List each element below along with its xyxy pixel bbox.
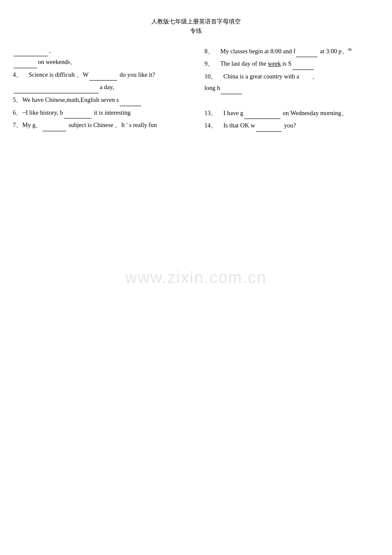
item-9: 9、 The last day of the week is S bbox=[205, 58, 379, 70]
item-10: 10、 China is a great country with a 、lon… bbox=[205, 71, 379, 94]
item14-num: 14、 bbox=[205, 122, 224, 129]
blank-top-lines: 、 on weekends、 bbox=[13, 45, 196, 68]
item8-num: 8、 bbox=[205, 48, 220, 55]
item4-num: 4、 bbox=[13, 71, 29, 78]
item-13: 13、 I have g on Wednesday morning、 bbox=[205, 107, 379, 119]
item-7: 7、My g、 subject is Chinese 、It ' s reall… bbox=[13, 119, 196, 131]
left-column: 、 on weekends、 4、 Science is difficult 、… bbox=[13, 45, 205, 133]
item-4b: a day, bbox=[13, 81, 196, 93]
item5-num: 5、 bbox=[13, 96, 22, 103]
page-title: 人教版七年级上册英语首字母填空 专练 bbox=[0, 0, 392, 40]
item-5: 5、We have Chinese,math,English seven s bbox=[13, 94, 196, 106]
item7-num: 7、 bbox=[13, 121, 22, 128]
watermark: www.zixin.com.cn bbox=[125, 269, 267, 287]
item10-num: 10、 bbox=[205, 73, 224, 80]
item9-num: 9、 bbox=[205, 60, 220, 67]
item-4: 4、 Science is difficult 、W do you like i… bbox=[13, 69, 196, 81]
item-8: 8、 My classes begin at 8:00 and f at 3:0… bbox=[205, 45, 379, 57]
item6-num: 6、··· bbox=[13, 109, 26, 116]
item-6: 6、···I like history, b it is interesting bbox=[13, 107, 196, 119]
item-14: 14、 Is that OK w you? bbox=[205, 120, 379, 132]
right-column: 8、 My classes begin at 8:00 and f at 3:0… bbox=[205, 45, 379, 133]
item13-num: 13、 bbox=[205, 110, 224, 116]
